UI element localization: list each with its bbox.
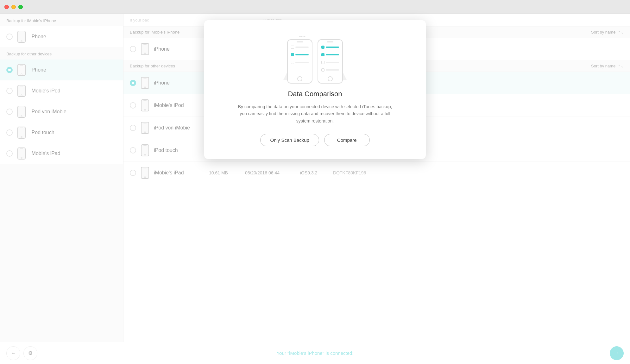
modal-illustration-container: ▲ ▲ ▲ ▲ 〜〜	[277, 33, 353, 84]
phone-check-2d	[321, 68, 324, 72]
phone-row-1a	[290, 46, 310, 49]
phone-line-1b	[295, 54, 309, 55]
scan-backup-button[interactable]: Only Scan Backup	[260, 134, 319, 146]
bird-icon: 〜〜	[299, 35, 306, 39]
maximize-button[interactable]	[18, 5, 23, 9]
phone-illustration-2	[318, 39, 343, 84]
phone-line-1c	[295, 62, 309, 63]
modal-title: Data Comparison	[288, 90, 342, 98]
phone-line-2b	[326, 54, 339, 55]
phone-row-2a	[320, 46, 340, 49]
phone-check-1a	[291, 46, 294, 49]
close-button[interactable]	[4, 5, 9, 9]
phone-row-1c	[290, 61, 310, 64]
phone-line-2a	[326, 47, 339, 48]
phone-check-1c	[291, 61, 294, 64]
app-body: Backup for iMobie's iPhone iPhone Backup…	[0, 14, 630, 364]
phone-row-2c	[320, 61, 340, 64]
phone-check-2a	[321, 46, 324, 49]
modal-description: By comparing the data on your connected …	[236, 103, 394, 124]
minimize-button[interactable]	[11, 5, 16, 9]
phone-line-1a	[295, 47, 309, 48]
title-bar	[0, 0, 630, 14]
modal-dialog: ▲ ▲ ▲ ▲ 〜〜	[204, 20, 426, 159]
phone-row-2b	[320, 53, 340, 56]
modal-overlay: ▲ ▲ ▲ ▲ 〜〜	[0, 14, 630, 364]
phone-line-2d	[326, 69, 339, 71]
phone-line-2c	[326, 62, 339, 63]
compare-button[interactable]: Compare	[324, 134, 370, 146]
phone-check-2c	[321, 61, 324, 64]
phone-row-2d	[320, 68, 340, 72]
phone-illustration-1	[287, 39, 312, 84]
modal-buttons: Only Scan Backup Compare	[260, 134, 369, 146]
phone-check-2b	[321, 53, 324, 56]
phone-check-1b	[291, 53, 294, 56]
phone-illustrations	[287, 39, 343, 84]
phone-row-1b	[290, 53, 310, 56]
